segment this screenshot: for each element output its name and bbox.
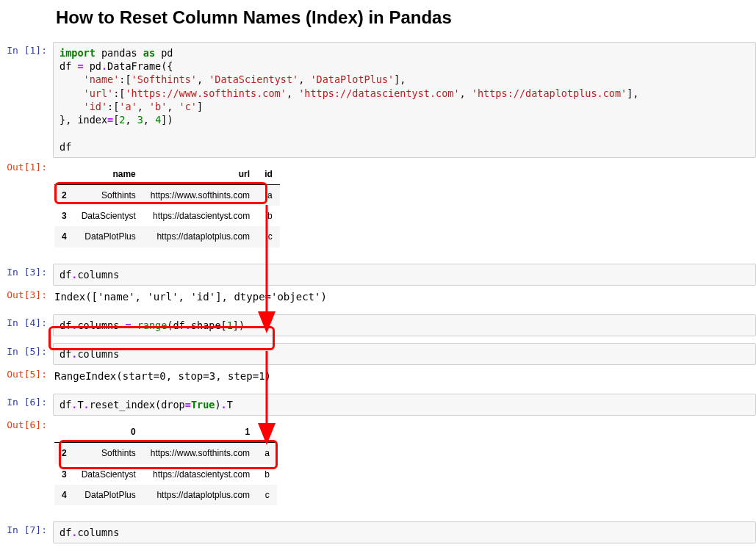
code-input-7[interactable]: df.columns — [53, 521, 756, 543]
cell-out-5: Out[5]: RangeIndex(start=0, stop=3, step… — [0, 365, 756, 387]
prompt-in-6: In [6]: — [0, 394, 53, 412]
col-header: name — [74, 164, 143, 185]
prompt-out-5: Out[5]: — [0, 366, 53, 384]
cell-in-6: In [6]: df.T.reset_index(drop=True).T — [0, 393, 756, 416]
prompt-in-3: In [3]: — [0, 264, 53, 282]
cell-out-1: Out[1]: name url id 2 Softhints https://… — [0, 158, 756, 257]
cell-in-3: In [3]: df.columns — [0, 263, 756, 286]
cell-out-6: Out[6]: 0 1 2 2 Softhints https://www.so… — [0, 416, 756, 515]
cell-in-4: In [4]: df.columns = range(df.shape[1]) — [0, 314, 756, 336]
output-3: Index(['name', 'url', 'id'], dtype='obje… — [53, 286, 756, 308]
page-title: How to Reset Column Names (Index) in Pan… — [56, 7, 756, 28]
cell-in-7: In [7]: df.columns — [0, 521, 756, 543]
col-header: 0 — [74, 422, 143, 443]
col-header: 1 — [143, 422, 257, 443]
table-row: 3 DataScientyst https://datascientyst.co… — [54, 464, 277, 485]
table-row: 4 DataPlotPlus https://dataplotplus.com … — [54, 485, 277, 505]
prompt-out-3: Out[3]: — [0, 286, 53, 305]
code-input-1[interactable]: import pandas as pd df = pd.DataFrame({ … — [53, 42, 756, 158]
prompt-in-5: In [5]: — [0, 343, 53, 361]
notebook-container: How to Reset Column Names (Index) in Pan… — [0, 7, 756, 543]
output-1: name url id 2 Softhints https://www.soft… — [53, 159, 756, 257]
prompt-in-4: In [4]: — [0, 314, 53, 333]
table-row: 4 DataPlotPlus https://dataplotplus.com … — [54, 226, 280, 247]
col-header: url — [143, 164, 257, 185]
col-header: id — [257, 164, 280, 185]
dataframe-table-2: 0 1 2 2 Softhints https://www.softhints.… — [54, 422, 277, 505]
output-5: RangeIndex(start=0, stop=3, step=1) — [53, 366, 756, 387]
cell-in-1: In [1]: import pandas as pd df = pd.Data… — [0, 41, 756, 158]
col-header: 2 — [257, 422, 277, 443]
table-row: 2 Softhints https://www.softhints.com a — [54, 184, 280, 206]
code-input-6[interactable]: df.T.reset_index(drop=True).T — [53, 394, 756, 416]
table-row: 3 DataScientyst https://datascientyst.co… — [54, 206, 280, 226]
code-input-4[interactable]: df.columns = range(df.shape[1]) — [53, 314, 756, 336]
cell-in-5: In [5]: df.columns — [0, 342, 756, 365]
code-input-3[interactable]: df.columns — [53, 264, 756, 286]
prompt-in-1: In [1]: — [0, 42, 53, 60]
dataframe-table-1: name url id 2 Softhints https://www.soft… — [54, 164, 280, 247]
prompt-in-7: In [7]: — [0, 521, 53, 540]
output-6: 0 1 2 2 Softhints https://www.softhints.… — [53, 416, 756, 515]
prompt-out-1: Out[1]: — [0, 159, 53, 177]
table-row: 2 Softhints https://www.softhints.com a — [54, 443, 277, 464]
cell-out-3: Out[3]: Index(['name', 'url', 'id'], dty… — [0, 286, 756, 308]
prompt-out-6: Out[6]: — [0, 416, 53, 435]
code-input-5[interactable]: df.columns — [53, 343, 756, 365]
